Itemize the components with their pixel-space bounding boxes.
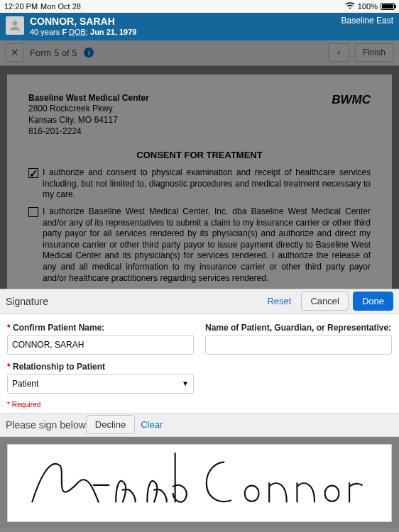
finish-button[interactable]: Finish <box>355 43 393 62</box>
close-button[interactable]: ✕ <box>6 43 24 62</box>
relationship-select[interactable]: Patient ▼ <box>7 374 194 394</box>
consent-item-2: I authorize Baseline West Medical Center… <box>28 206 371 284</box>
rep-name-label: Name of Patient, Guardian, or Representa… <box>205 323 392 333</box>
rep-name-field: Name of Patient, Guardian, or Representa… <box>205 323 392 355</box>
document-viewport[interactable]: Baseline West Medical Center 2800 Rockcr… <box>0 66 399 289</box>
signature-modal: Signature Reset Cancel Done * Confirm Pa… <box>0 289 399 529</box>
status-time: 12:20 PM <box>4 2 38 11</box>
facility-name: Baseline West Medical Center <box>28 93 149 104</box>
required-note: * Required <box>0 399 399 413</box>
consent-text-2: I authorize Baseline West Medical Center… <box>43 206 371 284</box>
close-icon: ✕ <box>11 47 19 58</box>
signature-pad-container <box>0 437 399 529</box>
sign-prompt: Please sign below <box>6 419 86 431</box>
battery-icon <box>381 3 395 10</box>
signature-title: Signature <box>6 296 48 307</box>
sign-bar: Please sign below Decline Clear <box>0 413 399 437</box>
caret-down-icon: ▼ <box>182 379 189 387</box>
battery-percent: 100% <box>358 2 378 11</box>
prev-button[interactable]: ‹ <box>328 43 349 62</box>
checkbox-2[interactable] <box>28 207 38 217</box>
patient-location: Baseline East <box>341 16 393 26</box>
signature-form: * Confirm Patient Name: Name of Patient,… <box>0 314 399 399</box>
decline-button[interactable]: Decline <box>86 415 135 434</box>
info-icon[interactable]: i <box>84 48 94 57</box>
facility-addr2: Kansas City, MO 64117 <box>28 115 149 126</box>
chevron-left-icon: ‹ <box>337 48 340 57</box>
status-bar: 12:20 PM Mon Oct 28 100% <box>0 0 399 13</box>
patient-header: CONNOR, SARAH 40 years F DOB: Jun 21, 19… <box>0 13 399 40</box>
facility-phone: 816-201-2224 <box>28 126 149 138</box>
facility-addr1: 2800 Rockcreek Pkwy <box>28 104 149 115</box>
signature-stroke <box>8 445 391 521</box>
cancel-button[interactable]: Cancel <box>301 292 348 311</box>
reset-button[interactable]: Reset <box>261 296 297 306</box>
rep-name-input[interactable] <box>205 335 392 355</box>
checkbox-1[interactable] <box>28 168 38 178</box>
consent-item-1: I authorize and consent to physical exam… <box>28 167 371 201</box>
signature-header: Signature Reset Cancel Done <box>0 289 399 314</box>
clear-button[interactable]: Clear <box>135 419 168 430</box>
signature-pad[interactable] <box>7 444 392 522</box>
confirm-name-label: * Confirm Patient Name: <box>7 323 194 333</box>
patient-info: CONNOR, SARAH 40 years F DOB: Jun 21, 19… <box>30 16 136 36</box>
facility-logo: BWMC <box>332 93 371 137</box>
document-title: CONSENT FOR TREATMENT <box>28 150 371 160</box>
relationship-label: * Relationship to Patient <box>7 362 194 372</box>
document: Baseline West Medical Center 2800 Rockcr… <box>7 74 392 289</box>
status-date: Mon Oct 28 <box>40 2 81 11</box>
confirm-name-input[interactable] <box>7 335 194 355</box>
avatar <box>6 16 24 35</box>
relationship-value: Patient <box>12 379 38 389</box>
form-nav-title: Form 5 of 5 <box>30 48 77 58</box>
patient-name: CONNOR, SARAH <box>30 16 136 28</box>
done-button[interactable]: Done <box>353 292 393 311</box>
wifi-icon <box>345 2 355 11</box>
form-nav: ✕ Form 5 of 5 i ‹ Finish <box>0 40 399 66</box>
confirm-name-field: * Confirm Patient Name: <box>7 323 194 355</box>
consent-text-1: I authorize and consent to physical exam… <box>43 167 371 201</box>
relationship-field: * Relationship to Patient Patient ▼ <box>7 362 194 394</box>
dimmed-region: ✕ Form 5 of 5 i ‹ Finish Baseline West M… <box>0 40 399 289</box>
patient-subline: 40 years F DOB: Jun 21, 1979 <box>30 28 136 36</box>
